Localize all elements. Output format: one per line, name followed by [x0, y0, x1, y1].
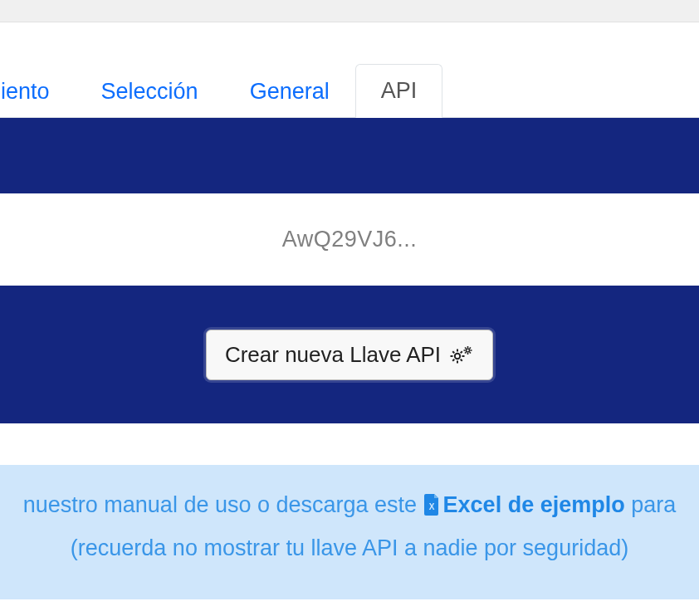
api-key-masked: AwQ29VJ6... [282, 227, 418, 252]
window-top-bar [0, 0, 699, 22]
info-line2: (recuerda no mostrar tu llave API a nadi… [8, 531, 691, 566]
svg-line-14 [465, 348, 466, 349]
svg-line-7 [452, 359, 454, 361]
gears-icon [449, 345, 474, 364]
tab-partial-first[interactable]: iento [0, 65, 76, 118]
tabs-row: iento Selección General API [0, 22, 699, 118]
tab-api[interactable]: API [355, 64, 443, 118]
tab-general[interactable]: General [224, 65, 355, 118]
svg-line-17 [470, 348, 471, 349]
info-line1-suffix: para [625, 492, 677, 517]
svg-point-0 [455, 354, 460, 359]
create-key-band: Crear nueva Llave API [0, 286, 699, 423]
svg-point-9 [467, 349, 470, 352]
svg-line-5 [452, 351, 454, 353]
api-key-row: AwQ29VJ6... [0, 193, 699, 286]
tab-seleccion[interactable]: Selección [76, 65, 224, 118]
svg-line-6 [461, 359, 462, 361]
svg-line-8 [461, 351, 462, 353]
svg-line-15 [470, 352, 471, 353]
info-box: nuestro manual de uso o descarga este X … [0, 465, 699, 599]
svg-line-16 [465, 352, 466, 353]
excel-file-icon: X [423, 491, 440, 526]
create-api-key-button[interactable]: Crear nueva Llave API [206, 330, 493, 380]
spacer [0, 423, 699, 465]
header-band [0, 118, 699, 193]
svg-text:X: X [428, 502, 434, 511]
create-api-key-label: Crear nueva Llave API [225, 342, 441, 368]
info-line1-prefix: nuestro manual de uso o descarga este [23, 492, 423, 517]
excel-example-link[interactable]: Excel de ejemplo [443, 492, 625, 517]
